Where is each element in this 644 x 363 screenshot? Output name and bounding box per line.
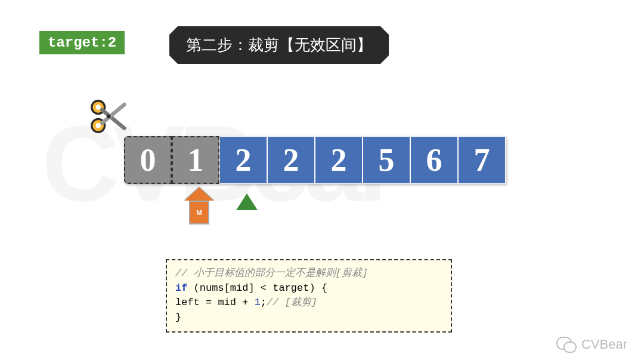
array-cell: 2 (267, 136, 315, 184)
mid-pointer-arrow: M (185, 187, 213, 224)
code-comment: // 小于目标值的部分一定不是解则[剪裁] (175, 267, 368, 279)
code-snippet: // 小于目标值的部分一定不是解则[剪裁] if (nums[mid] < ta… (166, 259, 452, 333)
wechat-watermark: CVBear (556, 337, 627, 352)
code-keyword: if (175, 282, 187, 294)
code-text: } (175, 312, 181, 323)
code-comment: // [裁剪] (267, 297, 317, 308)
code-text: ; (261, 297, 267, 308)
array-cell: 2 (315, 136, 363, 184)
array-cell: 7 (458, 136, 506, 184)
mid-pointer-label: M (189, 201, 209, 224)
array-row: 0 1 2 2 2 5 6 7 (124, 136, 506, 184)
array-cell: 0 (124, 136, 172, 184)
code-number: 1 (255, 297, 261, 308)
code-text: left = mid + (175, 297, 255, 308)
array-cell: 1 (172, 136, 219, 184)
wechat-icon (556, 337, 575, 352)
code-text: (nums[mid] < target) { (187, 282, 327, 294)
left-pointer-triangle (236, 193, 258, 210)
scissors-icon (86, 96, 128, 137)
svg-point-4 (107, 115, 111, 119)
array-cell: 6 (410, 136, 458, 184)
step-title-box: 第二步：裁剪【无效区间】 (169, 26, 389, 64)
array-cell: 5 (363, 136, 410, 184)
svg-point-3 (95, 123, 101, 128)
wechat-label: CVBear (581, 337, 627, 352)
array-cell: 2 (219, 136, 267, 184)
svg-point-1 (95, 104, 101, 110)
target-badge: target:2 (39, 31, 125, 54)
